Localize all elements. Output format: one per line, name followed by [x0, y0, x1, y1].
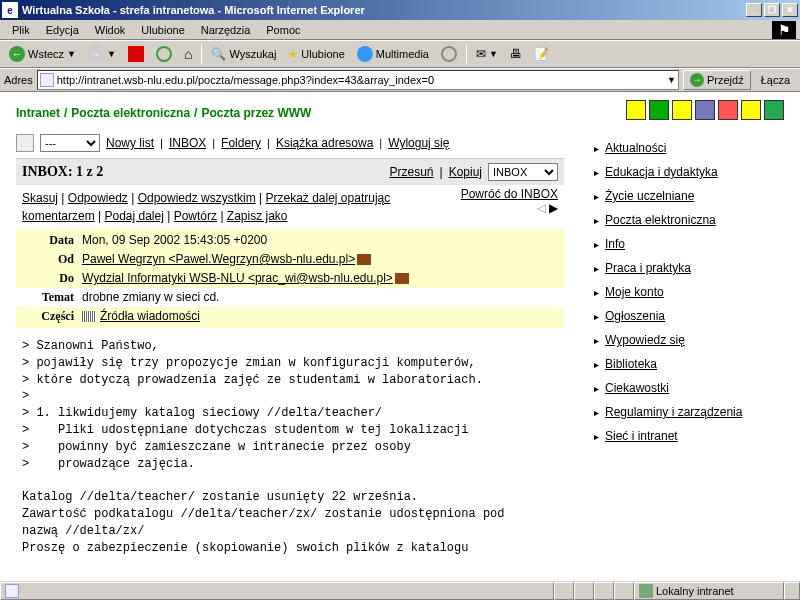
addressbook-icon[interactable]: [357, 254, 371, 265]
close-button[interactable]: ✕: [782, 3, 798, 17]
sidebar-item[interactable]: Aktualności: [605, 141, 666, 155]
menu-view[interactable]: Widok: [87, 22, 134, 38]
mail-nav: --- Nowy list| INBOX| Foldery| Książka a…: [16, 128, 564, 159]
menu-edit[interactable]: Edycja: [38, 22, 87, 38]
print-button[interactable]: 🖶: [505, 43, 527, 65]
window-title: Wirtualna Szkoła - strefa intranetowa - …: [22, 4, 365, 16]
refresh-button[interactable]: [151, 43, 177, 65]
crumb-webmail[interactable]: Poczta przez WWW: [201, 106, 311, 120]
crumb-mail[interactable]: Poczta elektroniczna: [71, 106, 190, 120]
sidebar-item[interactable]: Moje konto: [605, 285, 664, 299]
replyall-link[interactable]: Odpowiedz wszystkim: [138, 191, 256, 205]
media-button[interactable]: Multimedia: [352, 43, 434, 65]
top-icon-row: [626, 100, 784, 120]
new-mail-link[interactable]: Nowy list: [106, 136, 154, 150]
bullet-icon: ▸: [594, 167, 599, 178]
icon-3[interactable]: [672, 100, 692, 120]
target-folder-select[interactable]: INBOX: [488, 163, 558, 181]
search-button[interactable]: 🔍Wyszukaj: [206, 43, 281, 65]
sidebar-item[interactable]: Biblioteka: [605, 357, 657, 371]
sidebar-item[interactable]: Życie uczelniane: [605, 189, 694, 203]
move-link[interactable]: Przesuń: [389, 165, 433, 179]
save-link[interactable]: Zapisz jako: [227, 209, 288, 223]
home-icon[interactable]: [764, 100, 784, 120]
sidebar-item[interactable]: Praca i praktyka: [605, 261, 691, 275]
source-link[interactable]: Źródła wiadomości: [100, 309, 200, 323]
menu-tools[interactable]: Narzędzia: [193, 22, 259, 38]
sidebar-item[interactable]: Info: [605, 237, 625, 251]
to-value[interactable]: Wydzial Informatyki WSB-NLU <prac_wi@wsb…: [82, 271, 393, 285]
sidebar: ▸Aktualności ▸Edukacja i dydaktyka ▸Życi…: [594, 128, 784, 566]
history-button[interactable]: [436, 43, 462, 65]
addressbook-icon[interactable]: [395, 273, 409, 284]
bullet-icon: ▸: [594, 311, 599, 322]
address-bar: Adres http://intranet.wsb-nlu.edu.pl/poc…: [0, 68, 800, 92]
sidebar-item[interactable]: Ogłoszenia: [605, 309, 665, 323]
sidebar-item[interactable]: Edukacja i dydaktyka: [605, 165, 718, 179]
minimize-button[interactable]: _: [746, 3, 762, 17]
menu-file[interactable]: Plik: [4, 22, 38, 38]
restore-button[interactable]: ❐: [764, 3, 780, 17]
compose-icon[interactable]: [16, 134, 34, 152]
sidebar-item[interactable]: Wypowiedz się: [605, 333, 685, 347]
security-zone: Lokalny intranet: [634, 582, 784, 600]
icon-4[interactable]: [695, 100, 715, 120]
reply-link[interactable]: Odpowiedz: [68, 191, 128, 205]
inbox-link[interactable]: INBOX: [169, 136, 206, 150]
pass-link[interactable]: Podaj dalej: [105, 209, 164, 223]
message-headers: DataMon, 09 Sep 2002 15:43:05 +0200 OdPa…: [16, 229, 564, 328]
resize-grip[interactable]: [784, 582, 800, 600]
folder-select[interactable]: ---: [40, 134, 100, 152]
sidebar-item[interactable]: Ciekawostki: [605, 381, 669, 395]
date-value: Mon, 09 Sep 2002 15:43:05 +0200: [82, 233, 558, 248]
next-arrow-icon[interactable]: ▶: [549, 201, 558, 215]
favorites-button[interactable]: ★Ulubione: [283, 43, 349, 65]
bullet-icon: ▸: [594, 191, 599, 202]
window-titlebar: e Wirtualna Szkoła - strefa intranetowa …: [0, 0, 800, 20]
icon-6[interactable]: [741, 100, 761, 120]
sidebar-item[interactable]: Sieć i intranet: [605, 429, 678, 443]
attachment-icon[interactable]: [82, 311, 96, 322]
edit-button[interactable]: 📝: [529, 43, 554, 65]
bullet-icon: ▸: [594, 383, 599, 394]
logout-link[interactable]: Wyloguj się: [388, 136, 449, 150]
parts-label: Części: [22, 309, 82, 324]
subject-label: Temat: [22, 290, 82, 305]
copy-link[interactable]: Kopiuj: [449, 165, 482, 179]
menu-favorites[interactable]: Ulubione: [133, 22, 192, 38]
crumb-intranet[interactable]: Intranet: [16, 106, 60, 120]
status-cell: [594, 582, 614, 600]
icon-2[interactable]: [649, 100, 669, 120]
address-input[interactable]: http://intranet.wsb-nlu.edu.pl/poczta/me…: [37, 70, 679, 90]
delete-link[interactable]: Skasuj: [22, 191, 58, 205]
icon-1[interactable]: [626, 100, 646, 120]
return-inbox-link[interactable]: Powróć do INBOX: [461, 187, 558, 201]
prev-arrow-icon[interactable]: ◁: [537, 201, 546, 215]
bullet-icon: ▸: [594, 335, 599, 346]
status-bar: Lokalny intranet: [0, 580, 800, 600]
sidebar-item[interactable]: Regulaminy i zarządzenia: [605, 405, 742, 419]
menu-help[interactable]: Pomoc: [258, 22, 308, 38]
stop-button[interactable]: [123, 43, 149, 65]
forward-button[interactable]: →▼: [83, 43, 121, 65]
message-body: > Szanowni Państwo, > pojawiły się trzy …: [16, 328, 564, 566]
sidebar-item[interactable]: Poczta elektroniczna: [605, 213, 716, 227]
address-dropdown-icon[interactable]: ▼: [667, 75, 676, 85]
home-button[interactable]: ⌂: [179, 43, 197, 65]
status-left: [0, 582, 554, 600]
addressbook-link[interactable]: Książka adresowa: [276, 136, 373, 150]
mail-button[interactable]: ✉▼: [471, 43, 503, 65]
icon-5[interactable]: [718, 100, 738, 120]
page-content: Intranet/Poczta elektroniczna/Poczta prz…: [0, 92, 800, 580]
links-label[interactable]: Łącza: [755, 74, 796, 86]
back-button[interactable]: ←Wstecz▼: [4, 43, 81, 65]
toolbar: ←Wstecz▼ →▼ ⌂ 🔍Wyszukaj ★Ulubione Multim…: [0, 40, 800, 68]
from-value[interactable]: Pawel Wegrzyn <Pawel.Wegrzyn@wsb-nlu.edu…: [82, 252, 355, 266]
from-label: Od: [22, 252, 82, 267]
address-label: Adres: [4, 74, 33, 86]
go-button[interactable]: →Przejdź: [683, 70, 751, 90]
folders-link[interactable]: Foldery: [221, 136, 261, 150]
repeat-link[interactable]: Powtórz: [174, 209, 217, 223]
bullet-icon: ▸: [594, 263, 599, 274]
bullet-icon: ▸: [594, 239, 599, 250]
